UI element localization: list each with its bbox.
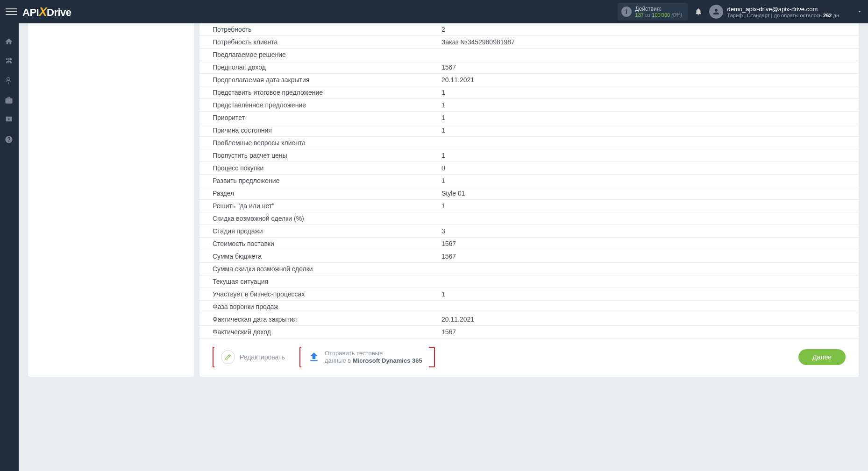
billing-icon[interactable]	[5, 77, 14, 86]
field-label: Участвует в бизнес-процессах	[213, 290, 441, 298]
data-row: Стоимость поставки1567	[199, 238, 859, 250]
field-label: Потребность	[213, 26, 441, 33]
field-label: Предполаг. доход	[213, 63, 441, 71]
menu-toggle[interactable]	[6, 6, 17, 17]
field-label: Фаза воронки продаж	[213, 303, 441, 310]
field-value: 1567	[441, 253, 846, 260]
field-label: Стоимость поставки	[213, 240, 441, 247]
field-value: 1567	[441, 240, 846, 247]
data-row: Потребность клиентаЗаказ №3452980981987	[199, 36, 859, 49]
field-label: Стадия продажи	[213, 227, 441, 235]
field-value	[441, 51, 846, 58]
data-row: Представленное предложение1	[199, 99, 859, 112]
briefcase-icon[interactable]	[5, 96, 14, 105]
data-row: Стадия продажи3	[199, 225, 859, 238]
field-value: 1	[441, 89, 846, 96]
video-icon[interactable]	[5, 116, 14, 125]
field-value: 0	[441, 164, 846, 172]
pencil-icon	[221, 350, 235, 364]
data-row: РазделStyle 01	[199, 187, 859, 200]
field-label: Пропустить расчет цены	[213, 152, 441, 159]
data-row: Сумма бюджета1567	[199, 250, 859, 263]
data-row: Процесс покупки0	[199, 162, 859, 175]
send-highlight: Отправить тестовые данные в Microsoft Dy…	[299, 347, 435, 367]
help-icon[interactable]	[5, 135, 14, 145]
data-row: Фактическая дата закрытия20.11.2021	[199, 313, 859, 326]
field-value: 3	[441, 227, 846, 235]
next-button[interactable]: Далее	[798, 349, 846, 365]
send-test-button[interactable]: Отправить тестовые данные в Microsoft Dy…	[301, 347, 429, 367]
field-label: Фактический доход	[213, 328, 441, 336]
field-value: 1	[441, 152, 846, 159]
footer-actions: Редактировать Отправить тестовые данные …	[199, 338, 859, 367]
edit-button[interactable]: Редактировать	[214, 346, 292, 368]
field-value	[441, 215, 846, 222]
data-row: Текущая ситуация	[199, 275, 859, 288]
field-value	[441, 265, 846, 273]
field-value: 1567	[441, 63, 846, 71]
tariff-info: Тариф | Стандарт | до оплаты осталось 26…	[727, 13, 839, 18]
data-row: Предлагаемое решение	[199, 49, 859, 61]
field-value	[441, 303, 846, 310]
data-row: Проблемные вопросы клиента	[199, 137, 859, 149]
field-value: 2	[441, 26, 846, 33]
data-row: Предполаг. доход1567	[199, 61, 859, 74]
home-icon[interactable]	[5, 37, 14, 47]
field-label: Решить "да или нет"	[213, 202, 441, 210]
data-row: Потребность2	[199, 23, 859, 36]
field-label: Представить итоговое предложение	[213, 89, 441, 96]
field-value: 1	[441, 101, 846, 109]
field-value: 1567	[441, 328, 846, 336]
field-label: Приоритет	[213, 114, 441, 121]
field-value: Заказ №3452980981987	[441, 38, 846, 46]
field-value: 1	[441, 114, 846, 121]
field-value: 1	[441, 127, 846, 134]
data-row: Фактический доход1567	[199, 326, 859, 338]
data-row: Решить "да или нет"1	[199, 200, 859, 212]
field-label: Сумма скидки возможной сделки	[213, 265, 441, 273]
field-label: Представленное предложение	[213, 101, 441, 109]
field-value: 1	[441, 202, 846, 210]
field-label: Предполагаемая дата закрытия	[213, 76, 441, 84]
logo[interactable]: APIXDrive	[22, 5, 71, 19]
data-row: Пропустить расчет цены1	[199, 149, 859, 162]
user-menu[interactable]: demo_apix-drive@apix-drive.com Тариф | С…	[709, 5, 862, 19]
data-row: Предполагаемая дата закрытия20.11.2021	[199, 74, 859, 86]
data-row: Причина состояния1	[199, 124, 859, 137]
field-value	[441, 278, 846, 285]
data-row: Участвует в бизнес-процессах1	[199, 288, 859, 301]
field-label: Процесс покупки	[213, 164, 441, 172]
field-label: Сумма бюджета	[213, 253, 441, 260]
actions-label: Действия:	[635, 6, 683, 12]
field-value: 20.11.2021	[441, 316, 846, 323]
sidebar	[0, 23, 19, 386]
field-label: Предлагаемое решение	[213, 51, 441, 58]
actions-stats: 137 из 100'000 (0%)	[635, 12, 683, 18]
actions-counter[interactable]: i Действия: 137 из 100'000 (0%)	[618, 3, 688, 21]
chevron-down-icon	[857, 9, 862, 14]
field-label: Раздел	[213, 190, 441, 197]
main-panel: Потребность2Потребность клиентаЗаказ №34…	[199, 23, 859, 377]
field-label: Скидка возможной сделки (%)	[213, 215, 441, 222]
field-value: Style 01	[441, 190, 846, 197]
field-value: 1	[441, 177, 846, 184]
data-row: Развить предложение1	[199, 175, 859, 187]
field-value: 20.11.2021	[441, 76, 846, 84]
upload-icon	[308, 351, 320, 363]
field-value: 1	[441, 290, 846, 298]
edit-highlight: Редактировать	[213, 347, 291, 367]
data-row: Скидка возможной сделки (%)	[199, 212, 859, 225]
avatar-icon	[709, 5, 723, 19]
field-label: Проблемные вопросы клиента	[213, 139, 441, 147]
connections-icon[interactable]	[5, 57, 14, 66]
field-label: Фактическая дата закрытия	[213, 316, 441, 323]
data-row: Представить итоговое предложение1	[199, 86, 859, 99]
field-label: Развить предложение	[213, 177, 441, 184]
notifications-icon[interactable]	[694, 7, 703, 16]
data-row: Сумма скидки возможной сделки	[199, 263, 859, 275]
data-row: Фаза воронки продаж	[199, 301, 859, 313]
data-table: Потребность2Потребность клиентаЗаказ №34…	[199, 23, 859, 338]
topbar: APIXDrive i Действия: 137 из 100'000 (0%…	[0, 0, 868, 23]
field-label: Текущая ситуация	[213, 278, 441, 285]
field-label: Потребность клиента	[213, 38, 441, 46]
